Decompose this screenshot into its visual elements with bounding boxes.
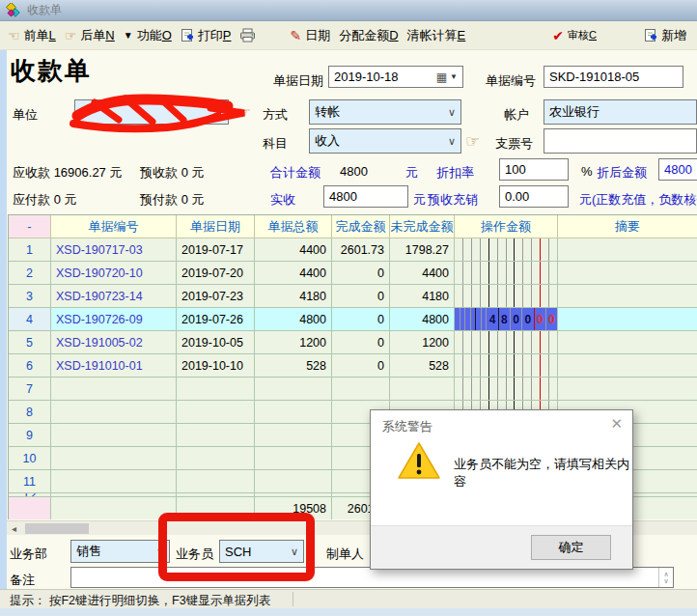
doc-date-cell: [177, 470, 255, 493]
toolbar-button[interactable]: ☜前单L: [8, 27, 56, 44]
calendar-icon[interactable]: ▦: [436, 70, 447, 84]
column-header[interactable]: 单据日期: [177, 215, 255, 238]
amount-digit-grid[interactable]: [455, 378, 557, 400]
scroll-left-button[interactable]: ◂: [7, 522, 21, 535]
doc-no-field[interactable]: SKD-191018-05: [544, 66, 683, 88]
summary-cell[interactable]: [558, 378, 697, 401]
toolbar-button[interactable]: [239, 28, 256, 42]
amount-digit-grid[interactable]: [455, 285, 557, 307]
toolbar-button-label: 清帐计算E: [407, 27, 466, 44]
doc-date-label: 单据日期: [273, 72, 323, 90]
offset-input[interactable]: 0.00: [499, 185, 569, 208]
summary-cell[interactable]: [558, 354, 697, 378]
digit-cell: [489, 262, 498, 284]
doc-no-cell[interactable]: [51, 447, 177, 470]
table-row[interactable]: 4XSD-190726-092019-07-26480004800480000: [9, 308, 697, 331]
table-row[interactable]: 6XSD-191010-012019-10-105280528: [9, 354, 697, 378]
toolbar-button[interactable]: 分配金额D: [339, 27, 398, 44]
table-row[interactable]: 1XSD-190717-032019-07-1744002601.731798.…: [9, 238, 697, 262]
toolbar-button[interactable]: ☞后单N: [65, 27, 115, 44]
digit-cell: [523, 285, 532, 307]
discounted-input[interactable]: 4800: [658, 158, 697, 181]
discount-rate-input[interactable]: 100: [499, 158, 569, 181]
actual-input[interactable]: 4800: [323, 185, 408, 208]
pencil-icon: ✎: [290, 29, 301, 42]
amount-digit-grid[interactable]: [455, 262, 557, 284]
table-row[interactable]: 2XSD-190720-102019-07-20440004400: [9, 262, 697, 285]
operate-amount-cell[interactable]: 480000: [455, 308, 558, 331]
memo-label: 备注: [10, 572, 35, 589]
column-header[interactable]: 操作金额: [455, 215, 558, 238]
summary-cell[interactable]: [558, 262, 697, 285]
subject-combo[interactable]: 收入 ∨: [309, 128, 461, 154]
memo-spinner[interactable]: ∧∨: [658, 568, 673, 587]
doc-no-cell[interactable]: XSD-190717-03: [51, 238, 177, 262]
column-header[interactable]: 单据总额: [255, 215, 332, 238]
statusbar: 提示： 按F2键进行明细切换，F3键显示单据列表: [0, 590, 697, 608]
close-icon[interactable]: ✕: [610, 415, 623, 433]
ok-button[interactable]: 确定: [531, 535, 611, 560]
column-header[interactable]: -: [9, 215, 51, 238]
amount-digit-grid[interactable]: [455, 331, 557, 353]
operate-amount-cell[interactable]: [455, 262, 558, 285]
amount-digit-grid[interactable]: [455, 238, 557, 261]
operate-amount-cell[interactable]: [455, 354, 558, 378]
digit-cell: [541, 238, 549, 261]
amount-digit-grid[interactable]: 480000: [455, 308, 557, 330]
account-combo[interactable]: 农业银行: [544, 99, 697, 125]
toolbar-button-label: 分配金额D: [339, 27, 398, 44]
toolbar-button[interactable]: 打印P: [181, 27, 232, 44]
doc-date-cell: 2019-07-20: [177, 262, 255, 285]
doc-date-cell: 2019-07-17: [177, 238, 255, 262]
digit-cell: [455, 262, 463, 284]
summary-cell[interactable]: [558, 238, 697, 262]
toolbar-button[interactable]: 清帐计算E: [407, 27, 466, 44]
doc-no-cell[interactable]: [51, 424, 177, 447]
doc-date-field[interactable]: 2019-10-18 ▦▼: [328, 66, 463, 88]
cheque-input[interactable]: [544, 128, 697, 154]
amount-digit-grid[interactable]: [455, 354, 557, 377]
doc-no-cell[interactable]: [51, 378, 177, 401]
table-row[interactable]: 5XSD-191005-022019-10-05120001200: [9, 331, 697, 354]
status-divider: [293, 592, 293, 606]
bottom-border-strip: [0, 608, 697, 616]
doc-no-cell[interactable]: XSD-190720-10: [51, 262, 177, 285]
summary-cell[interactable]: [558, 331, 697, 354]
summary-cell[interactable]: [558, 285, 697, 308]
dept-label: 业务部: [10, 546, 47, 563]
toolbar-button[interactable]: 新增: [644, 27, 686, 44]
operate-amount-cell[interactable]: [455, 331, 558, 354]
operate-amount-cell[interactable]: [455, 285, 558, 308]
toolbar-button[interactable]: ▼功能O: [124, 27, 172, 44]
column-header[interactable]: 未完成金额: [390, 215, 455, 238]
doc-no-cell[interactable]: XSD-191005-02: [51, 331, 177, 354]
column-header[interactable]: 单据编号: [51, 215, 177, 238]
column-header[interactable]: 完成金额: [332, 215, 390, 238]
column-header[interactable]: 摘要: [558, 215, 697, 238]
digit-cell: [532, 238, 541, 261]
doc-no-cell[interactable]: [51, 470, 177, 493]
operate-amount-cell[interactable]: [455, 378, 558, 401]
doc-no-cell[interactable]: XSD-191010-01: [51, 354, 177, 378]
operate-amount-cell[interactable]: [455, 238, 558, 262]
dept-combo[interactable]: 销售 ∨: [70, 540, 170, 563]
red-box-annotation: [158, 513, 315, 581]
doc-no-cell[interactable]: XSD-190726-09: [51, 308, 177, 331]
summary-cell[interactable]: [558, 308, 697, 331]
remain-amount-cell: 1200: [390, 331, 455, 354]
doc-total-cell: 4800: [255, 308, 332, 331]
chevron-down-icon[interactable]: ∨: [444, 135, 456, 148]
chevron-down-icon[interactable]: ▼: [450, 72, 458, 81]
doc-no-cell[interactable]: XSD-190723-14: [51, 285, 177, 308]
digit-cell: [523, 238, 532, 261]
toolbar-button[interactable]: ✎日期: [290, 27, 330, 44]
table-row[interactable]: 3XSD-190723-142019-07-23418004180: [9, 285, 697, 308]
doc-no-cell[interactable]: [51, 401, 177, 424]
scrollbar-thumb[interactable]: [25, 523, 89, 534]
method-combo[interactable]: 转帐 ∨: [309, 99, 461, 125]
printer-icon: [239, 28, 256, 42]
chevron-down-icon[interactable]: ∨: [444, 106, 456, 119]
table-row[interactable]: 7: [9, 378, 697, 401]
toolbar-button[interactable]: ✔审核C: [552, 28, 597, 42]
digit-cell: [455, 331, 463, 353]
